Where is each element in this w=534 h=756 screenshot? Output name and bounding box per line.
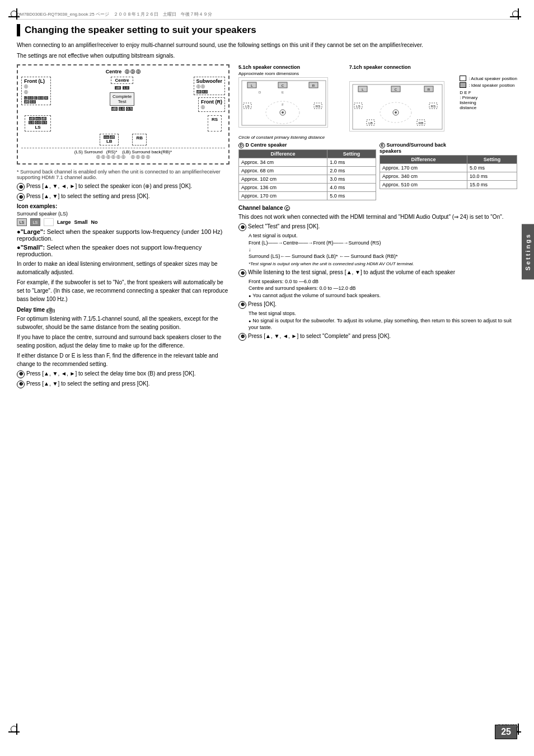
right-column: 5.1ch speaker connection Approximate roo… [238,64,517,390]
speaker-51-title: 5.1ch speaker connection [238,64,345,70]
signal-path-2: ↓ [238,247,517,252]
legend-section: : Actual speaker position : Ideal speake… [460,76,517,132]
small-desc: Select when the speaker does not support… [17,244,202,257]
page: DM7BD030EG-RQT9038_eng.book 25 ページ ２００８年… [0,0,534,756]
surround-speaker-table: Difference Setting Approx. 170 cm5.0 msA… [380,155,517,189]
legend-actual-label: : Actual speaker position [469,76,517,81]
approx-label: Approximate room dimensions [238,71,345,76]
header-text: DM7BD030EG-RQT9038_eng.book 25 ページ ２００８年… [17,12,212,17]
delay-body2: If you have to place the centre, surroun… [17,333,229,350]
svg-text:LS: LS [356,105,360,108]
step-2: ❷ Press [▲, ▼] to select the setting and… [17,192,229,201]
delay-step-2: ❷ Press [▲, ▼] to select the setting and… [17,380,229,388]
svg-text:R: R [312,84,315,87]
corner-mark-tr [510,8,526,24]
step-1-text: Press [▲, ▼, ◄, ►] to select the speaker… [26,182,192,190]
rb-label: RB [136,135,143,140]
channel-balance-section: Channel balance C This does not work whe… [238,205,517,341]
rs-label: RS [212,117,218,122]
front-l-box: Front (L) ⓪ ⓪ L 0.0 C 0.0 R dB 0.0 [21,77,51,105]
ls-icon-small-selected: LS [30,218,40,226]
cb-step-4-num: ❹ [238,333,246,341]
cb-step-2: ❷ While listening to the test signal, pr… [238,269,517,277]
table-row: Approx. 510 cm15.0 ms [380,180,517,189]
svg-text:RS: RS [316,105,320,108]
lb-label: LB [104,139,115,144]
step-2-num: ❷ [17,193,25,201]
table-row: Approx. 170 cm5.0 ms [380,163,517,172]
step-1: ❶ Press [▲, ▼, ◄, ►] to select the speak… [17,182,229,191]
table-row: Approx. 102 cm3.0 ms [239,175,376,183]
table-row: Approx. 34 cm1.0 ms [239,158,376,166]
delay-step-1-text: Press [▲, ▼, ◄, ►] to select the delay t… [26,370,195,378]
footnote-surround: * Surround back channel is enabled only … [17,169,229,180]
centre-table-section: D D Centre speaker Difference Setting Ap… [238,142,376,200]
front-r-label: Front (R) [201,99,222,105]
svg-text:F: F [282,103,284,106]
speaker-71-section: 7.1ch speaker connection L C R LS RS [349,64,456,132]
centre-table-title: D D Centre speaker [238,142,376,148]
legend-ideal: : Ideal speaker position [460,82,517,88]
cb-footnote: *Test signal is output only when the uni… [238,261,517,266]
legend-actual: : Actual speaker position [460,76,517,81]
cb-step-1-num: ❶ [238,223,246,231]
cb-step-2-bullet: You cannot adjust the volume of surround… [238,292,517,299]
channel-balance-title: Channel balance C [238,205,517,212]
cb-step-3-text: Press [OK]. [248,300,277,308]
cb-step-2-num: ❷ [238,269,246,277]
corner-mark-tl [8,8,24,24]
cb-step-4: ❹ Press [▲, ▼, ◄, ►] to select "Complete… [238,332,517,341]
front-r-box: Front (R) ⓪ [198,97,225,112]
delay-step-1: ❶ Press [▲, ▼, ◄, ►] to select the delay… [17,370,229,378]
channel-balance-body1: This does not work when connected with t… [238,213,517,221]
svg-text:LS: LS [245,105,249,108]
ls-box: dB ms dB 1.0 0.0 0.5 LS [25,115,51,132]
cb-step-2-detail1: Front speakers: 0.0 to —6.0 dB [238,279,517,284]
legend-ideal-icon [460,82,466,88]
subwoofer-box: Subwoofer ⓪ ⓪ dB 4.0 [194,77,226,95]
surround-circle-e: E [380,143,385,148]
cb-step-1: ❶ Select "Test" and press [OK]. [238,223,517,231]
ls-icon-no [44,218,54,226]
centre-circle-d: D [238,143,244,148]
speaker-diagram: Centre ⓪ ⓪ ⓪ Front (L) ⓪ ⓪ L 0.0 C 0.0 [17,64,229,165]
delay-body3: If either distance D or E is less than F… [17,351,229,368]
legend-ideal-label: : Ideal speaker position [469,83,514,88]
delay-step-2-num: ❷ [17,381,25,388]
surround-table-title-text: Surround/Surround backspeakers [380,142,446,154]
svg-text:RB: RB [418,121,423,125]
svg-text:RS: RS [430,105,435,108]
small-label-bullet: ●"Small": [17,244,45,251]
svg-text:R: R [427,88,430,91]
delay-body1: For optimum listening with 7.1/5.1-chann… [17,314,229,331]
svg-text:LB: LB [368,121,372,125]
circle-constant-label: Circle of constant primary listening dis… [238,135,517,140]
svg-text:C: C [394,88,397,91]
diagram-71-svg: L C R LS RS LB RB [349,81,444,132]
legend-actual-icon [460,76,466,81]
delay-step-2-text: Press [▲, ▼] to select the setting and p… [26,380,149,388]
cb-step-3-sub: The test signal stops. [238,311,517,316]
lb-box: ms dB LB [100,134,119,145]
centre-speaker-table: Difference Setting Approx. 34 cm1.0 msAp… [238,149,376,200]
front-l-label: Front (L) [24,78,48,84]
centre-area: Centre dB 1.0 CompleteTest dB 1.0 0.5 [110,77,134,111]
cb-step-2-detail2: Centre and surround speakers: 0.0 to —12… [238,285,517,291]
large-label-bullet: ●"Large": [17,228,45,235]
delay-circle: B [48,308,53,313]
svg-point-12 [282,111,284,114]
surround-speaker-label: Surround speaker (LS) [17,211,229,217]
centre-diagram-label: Centre [106,69,122,74]
icon-examples: Icon examples: Surround speaker (LS) LS … [17,203,229,257]
cb-step-4-text: Press [▲, ▼, ◄, ►] to select "Complete" … [248,332,391,340]
signal-path-1: Front (L)——→Centre——→Front (R)——→Surroun… [238,240,517,246]
speaker-71-title: 7.1ch speaker connection [349,64,456,70]
table-row: Approx. 68 cm2.0 ms [239,166,376,175]
header-line: DM7BD030EG-RQT9038_eng.book 25 ページ ２００８年… [17,11,517,20]
page-number-code: RQT9038 [498,723,517,728]
speaker-presence-body1: In order to make an ideal listening envi… [17,260,229,276]
ls-label: LS [35,125,40,130]
svg-text:C: C [282,84,284,87]
svg-text:E: E [282,91,284,94]
ls-surround-label: (LS) Surround (RS)* (LB) Surround back(R… [74,149,172,154]
